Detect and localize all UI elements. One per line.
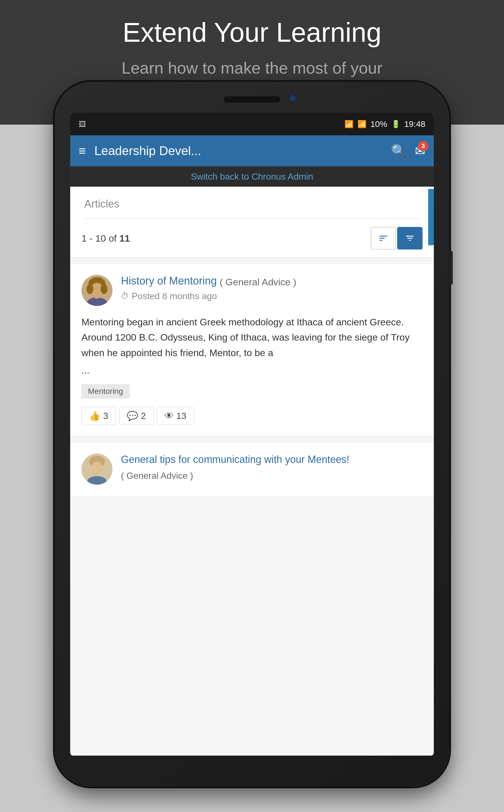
article-category-2: ( General Advice ) bbox=[121, 471, 193, 481]
article-avatar-1 bbox=[81, 275, 112, 306]
image-icon: 🖼 bbox=[79, 120, 86, 129]
article-card-2[interactable]: General tips for communicating with your… bbox=[70, 442, 434, 496]
article-title-group-1: History of Mentoring ( General Advice ) … bbox=[121, 275, 423, 301]
article-title-1[interactable]: History of Mentoring bbox=[121, 275, 217, 287]
status-bar: 🖼 📶 📶 10% 🔋 19:48 bbox=[70, 113, 434, 135]
status-bar-right: 📶 📶 10% 🔋 19:48 bbox=[344, 119, 425, 129]
articles-list: 1 - 10 of 11 bbox=[70, 219, 434, 496]
article-stats-1: 👍 3 💬 2 👁 13 bbox=[81, 407, 423, 425]
article-title-2[interactable]: General tips for communicating with your… bbox=[121, 454, 349, 465]
app-bar: ≡ Leadership Devel... 🔍 ✉ 3 bbox=[70, 135, 434, 166]
clock-time: 19:48 bbox=[404, 119, 425, 129]
front-camera bbox=[289, 94, 297, 102]
article-category-1: ( General Advice ) bbox=[220, 277, 296, 288]
article-tag-1[interactable]: Mentoring bbox=[81, 384, 130, 398]
main-title: Extend Your Learning bbox=[11, 17, 493, 48]
article-body-1: Mentoring began in ancient Greek methodo… bbox=[81, 314, 423, 360]
hamburger-menu-icon[interactable]: ≡ bbox=[79, 145, 86, 157]
app-bar-title: Leadership Devel... bbox=[94, 144, 383, 158]
article-ellipsis-1: ... bbox=[81, 365, 423, 376]
article-avatar-2 bbox=[81, 454, 112, 485]
comment-count-1: 2 bbox=[141, 411, 146, 421]
admin-switch-bar[interactable]: Switch back to Chronus Admin bbox=[70, 166, 434, 187]
articles-section-label: Articles bbox=[84, 198, 420, 210]
content-area: Articles bbox=[70, 187, 434, 219]
list-controls bbox=[371, 227, 423, 250]
notification-button[interactable]: ✉ 3 bbox=[415, 144, 425, 158]
battery-icon: 🔋 bbox=[391, 120, 400, 129]
search-button[interactable]: 🔍 bbox=[391, 144, 406, 158]
phone-mockup: 🖼 📶 📶 10% 🔋 19:48 ≡ Leadership Devel... … bbox=[55, 82, 449, 787]
view-icon-1: 👁 bbox=[165, 411, 174, 421]
article-meta-1: History of Mentoring ( General Advice ) … bbox=[81, 275, 423, 306]
pagination-total: 11 bbox=[119, 233, 130, 244]
signal-icon: 📶 bbox=[357, 120, 366, 129]
view-count-1: 13 bbox=[176, 411, 187, 421]
pagination-text: 1 - 10 of 11 bbox=[81, 233, 130, 244]
pagination-bar: 1 - 10 of 11 bbox=[70, 219, 434, 258]
comment-icon-1: 💬 bbox=[127, 411, 138, 421]
clock-icon-1: ⏱ bbox=[121, 292, 129, 301]
phone-speaker bbox=[224, 96, 280, 103]
article-card-1[interactable]: History of Mentoring ( General Advice ) … bbox=[70, 263, 434, 436]
view-button-1[interactable]: 👁 13 bbox=[157, 407, 194, 425]
sort-button[interactable] bbox=[371, 227, 396, 250]
svg-point-3 bbox=[87, 284, 93, 294]
article-meta-2: General tips for communicating with your… bbox=[81, 454, 423, 485]
status-bar-left: 🖼 bbox=[79, 120, 86, 129]
like-count-1: 3 bbox=[103, 411, 108, 421]
wifi-icon: 📶 bbox=[344, 120, 353, 129]
article-title-group-2: General tips for communicating with your… bbox=[121, 454, 423, 481]
comment-button-1[interactable]: 💬 2 bbox=[119, 407, 154, 425]
side-button bbox=[449, 251, 453, 285]
svg-point-9 bbox=[91, 462, 103, 474]
admin-switch-text[interactable]: Switch back to Chronus Admin bbox=[191, 171, 313, 182]
svg-point-4 bbox=[101, 284, 107, 294]
blue-accent-tab bbox=[428, 189, 434, 245]
like-button-1[interactable]: 👍 3 bbox=[81, 407, 116, 425]
svg-rect-11 bbox=[95, 472, 99, 476]
battery-percent: 10% bbox=[370, 119, 387, 129]
filter-button[interactable] bbox=[397, 227, 423, 250]
article-posted-1: ⏱ Posted 8 months ago bbox=[121, 291, 423, 301]
like-icon-1: 👍 bbox=[89, 411, 100, 421]
phone-screen: 🖼 📶 📶 10% 🔋 19:48 ≡ Leadership Devel... … bbox=[70, 113, 434, 756]
svg-rect-6 bbox=[95, 294, 99, 299]
notification-badge: 3 bbox=[418, 141, 428, 151]
